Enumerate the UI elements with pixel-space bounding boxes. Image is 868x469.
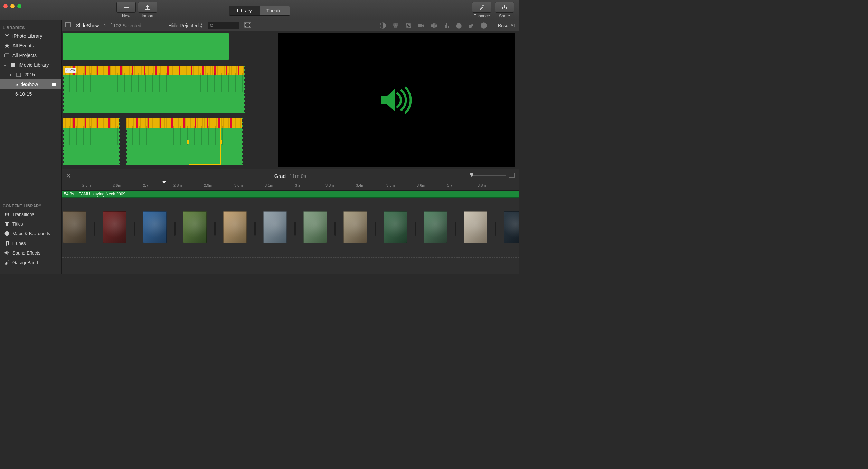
video-track[interactable] (62, 211, 519, 246)
content-item-garageband[interactable]: GarageBand (0, 258, 61, 267)
timeline-clip[interactable] (223, 211, 247, 243)
new-button-label: New (122, 13, 130, 18)
timeline-clip[interactable] (103, 211, 126, 243)
reset-all-button[interactable]: Reset All (498, 23, 516, 28)
search-field[interactable] (208, 22, 239, 29)
sidebar-item-iphoto[interactable]: iPhoto Library (0, 31, 61, 41)
sidebar-item-allprojects[interactable]: All Projects (0, 50, 61, 60)
content-item-maps[interactable]: Maps & B…rounds (0, 229, 61, 238)
import-button[interactable]: Import (138, 2, 157, 18)
svg-point-17 (394, 25, 397, 28)
transition-gap[interactable] (134, 222, 135, 236)
transition-gap[interactable] (375, 222, 376, 236)
effects-icon[interactable] (468, 23, 474, 28)
content-item-transitions[interactable]: Transitions (0, 209, 61, 219)
audio-track-clip[interactable]: 54.8s – FAMU playing Neck 2009 (62, 191, 519, 198)
top-toolbar: New Import Library Theater Enhance Share (0, 0, 519, 20)
transition-gap[interactable] (94, 222, 95, 236)
timeline-clip[interactable] (424, 211, 447, 243)
libraries-header: LIBRARIES (0, 24, 61, 31)
sidebar-item-allevents[interactable]: All Events (0, 41, 61, 50)
maximize-window-button[interactable] (17, 4, 21, 8)
star-icon (4, 43, 10, 48)
new-button[interactable]: New (116, 2, 136, 18)
color-correction-icon[interactable] (392, 23, 399, 28)
calendar-icon (16, 72, 21, 77)
transition-gap[interactable] (214, 222, 216, 236)
globe-icon (4, 231, 10, 236)
enhance-button[interactable]: Enhance (472, 2, 491, 18)
sidebar-item-slideshow[interactable]: SlideShow (0, 79, 61, 89)
timeline-clip[interactable] (343, 211, 367, 243)
zoom-slider[interactable] (471, 173, 515, 178)
svg-rect-3 (13, 65, 15, 67)
close-window-button[interactable] (3, 4, 8, 8)
sidebar-item-2015[interactable]: ▾ 2015 (0, 70, 61, 79)
preview-viewer[interactable] (278, 33, 515, 167)
timeline-ruler[interactable]: 2.5m2.6m2.7m2.8m2.9m3.0m3.1m3.2m3.3m3.4m… (62, 182, 519, 191)
timeline-clip[interactable] (143, 211, 167, 243)
color-balance-icon[interactable] (380, 22, 386, 29)
timeline-area[interactable]: ✕ Grad 11m 0s 2.5m2.6m2.7m2.8m2.9m3.0m3.… (62, 169, 519, 274)
playhead[interactable] (164, 181, 164, 274)
ruler-tick: 3.8m (478, 183, 486, 188)
browser-header: SlideShow 1 of 102 Selected Hide Rejecte… (62, 20, 519, 31)
crop-icon[interactable] (405, 22, 412, 29)
timeline-clip[interactable] (263, 211, 287, 243)
search-input[interactable] (214, 23, 237, 28)
sidebar-item-6-10-15[interactable]: 6-10-15 (0, 89, 61, 99)
share-button[interactable]: Share (495, 2, 514, 18)
stabilize-icon[interactable] (418, 23, 425, 28)
event-browser[interactable]: 3.2m (63, 33, 274, 167)
project-title: Grad 11m 0s (274, 173, 306, 179)
clip-appearance-icon[interactable] (509, 173, 515, 178)
clapper-icon (51, 82, 57, 87)
content-item-titles[interactable]: Titles (0, 219, 61, 229)
content-label: Transitions (12, 212, 34, 217)
transitions-icon (4, 211, 10, 217)
content-item-itunes[interactable]: iTunes (0, 238, 61, 248)
ruler-tick: 3.5m (386, 183, 395, 188)
filter-dropdown[interactable]: Hide Rejected (168, 23, 203, 28)
filmstrip-icon[interactable] (244, 22, 251, 29)
transition-gap[interactable] (455, 222, 456, 236)
theater-tab[interactable]: Theater (260, 6, 290, 15)
timeline-clip[interactable] (183, 211, 207, 243)
speed-icon[interactable] (456, 22, 462, 29)
project-duration: 11m 0s (289, 173, 306, 179)
volume-icon[interactable] (431, 23, 437, 28)
libraries-sidebar: LIBRARIES iPhoto Library All Events All … (0, 20, 62, 169)
sidebar-label: 2015 (24, 72, 35, 77)
svg-rect-13 (249, 26, 250, 27)
minimize-window-button[interactable] (10, 4, 15, 8)
svg-rect-9 (245, 25, 246, 25)
content-item-soundeffects[interactable]: Sound Effects (0, 248, 61, 258)
timeline-clip[interactable] (63, 211, 86, 243)
film-icon (4, 52, 10, 58)
toggle-sidebar-icon[interactable] (65, 22, 71, 28)
timeline-clip[interactable] (303, 211, 327, 243)
sidebar-item-imovie-library[interactable]: ▾ iMovie Library (0, 60, 61, 70)
info-icon[interactable] (481, 22, 487, 29)
transition-gap[interactable] (174, 222, 176, 236)
audio-clip-selected[interactable] (126, 118, 243, 165)
transition-gap[interactable] (254, 222, 256, 236)
transition-gap[interactable] (334, 222, 336, 236)
audio-only-icon (377, 86, 415, 114)
close-timeline-button[interactable]: ✕ (66, 172, 71, 180)
transition-gap[interactable] (294, 222, 296, 236)
audio-clip[interactable] (63, 118, 120, 165)
svg-rect-4 (17, 73, 21, 77)
timeline-clip[interactable] (464, 211, 487, 243)
filter-label: Hide Rejected (168, 23, 199, 28)
ruler-tick: 3.3m (326, 183, 334, 188)
timeline-clip[interactable] (384, 211, 407, 243)
timeline-clip[interactable] (504, 211, 519, 243)
transition-gap[interactable] (495, 222, 496, 236)
equalizer-icon[interactable] (443, 23, 450, 28)
library-tab[interactable]: Library (229, 6, 260, 15)
sidebar-label: iMovie Library (19, 62, 49, 68)
audio-clip[interactable] (63, 33, 229, 60)
audio-clip[interactable]: 3.2m (63, 66, 245, 113)
transition-gap[interactable] (415, 222, 416, 236)
